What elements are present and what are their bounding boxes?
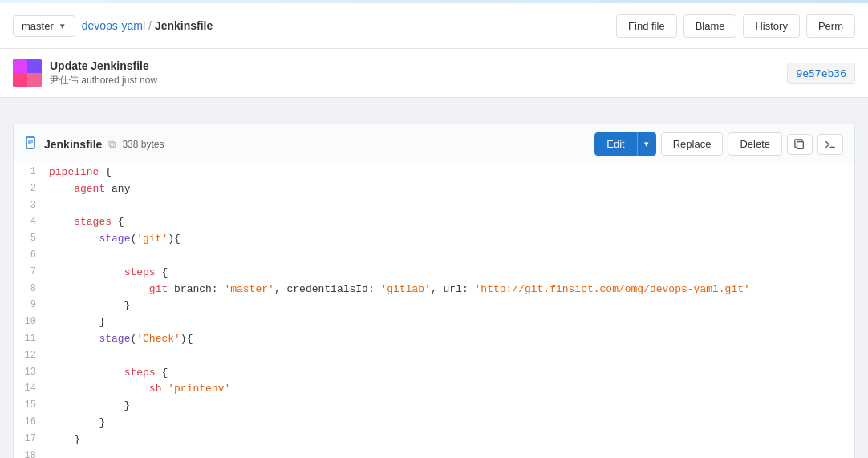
line-code <box>46 248 854 265</box>
replace-button[interactable]: Replace <box>661 132 724 156</box>
avatar <box>13 59 42 87</box>
line-number: 6 <box>14 248 46 265</box>
table-row: 11 stage('Check'){ <box>14 331 854 348</box>
line-number: 17 <box>14 432 46 448</box>
line-number: 18 <box>14 448 46 458</box>
line-number: 14 <box>14 381 46 398</box>
line-code: } <box>46 398 854 415</box>
line-code <box>46 198 854 215</box>
breadcrumb-current: Jenkinsfile <box>155 19 213 32</box>
line-number: 9 <box>14 298 46 314</box>
line-number: 11 <box>14 331 46 348</box>
branch-selector[interactable]: master ▼ <box>13 15 75 37</box>
history-button[interactable]: History <box>743 14 799 38</box>
blame-button[interactable]: Blame <box>683 14 737 38</box>
line-number: 7 <box>14 265 46 282</box>
table-row: 14 sh 'printenv' <box>14 381 854 398</box>
code-table: 1pipeline {2 agent any3 4 stages {5 stag… <box>14 164 854 458</box>
line-code <box>46 448 854 458</box>
line-number: 8 <box>14 282 46 298</box>
copy-name-icon[interactable]: ⧉ <box>108 138 116 151</box>
file-section: Jenkinsfile ⧉ 338 bytes Edit ▾ Replace D… <box>13 124 855 458</box>
line-code: pipeline { <box>46 164 854 181</box>
line-code: stage('git'){ <box>46 231 854 248</box>
svg-rect-0 <box>26 137 34 148</box>
file-header-right: Edit ▾ Replace Delete <box>594 132 843 156</box>
table-row: 2 agent any <box>14 181 854 198</box>
line-number: 13 <box>14 365 46 382</box>
line-code: agent any <box>46 181 854 198</box>
raw-button[interactable] <box>817 134 843 155</box>
file-name: Jenkinsfile <box>44 138 102 151</box>
file-size: 338 bytes <box>122 139 164 150</box>
file-type-icon <box>25 136 38 152</box>
edit-button-group: Edit ▾ <box>594 132 655 156</box>
table-row: 16 } <box>14 415 854 432</box>
line-code: git branch: 'master', credentialsId: 'gi… <box>46 282 854 298</box>
find-file-button[interactable]: Find file <box>616 14 677 38</box>
line-code: sh 'printenv' <box>46 381 854 398</box>
line-number: 15 <box>14 398 46 415</box>
line-code: } <box>46 298 854 314</box>
commit-meta: 尹仕伟 authored just now <box>50 74 157 87</box>
edit-dropdown-button[interactable]: ▾ <box>637 132 656 156</box>
table-row: 18 <box>14 448 854 458</box>
table-row: 6 <box>14 248 854 265</box>
file-header: Jenkinsfile ⧉ 338 bytes Edit ▾ Replace D… <box>14 124 854 164</box>
line-code: stages { <box>46 214 854 231</box>
line-code: } <box>46 432 854 448</box>
line-number: 16 <box>14 415 46 432</box>
perm-button[interactable]: Perm <box>806 14 855 38</box>
table-row: 1pipeline { <box>14 164 854 181</box>
copy-content-button[interactable] <box>787 134 813 155</box>
commit-bar: Update Jenkinsfile 尹仕伟 authored just now… <box>0 49 868 98</box>
commit-message: Update Jenkinsfile <box>50 59 157 72</box>
table-row: 7 steps { <box>14 265 854 282</box>
line-number: 4 <box>14 214 46 231</box>
breadcrumb-parent[interactable]: devops-yaml <box>82 19 145 32</box>
top-bar-left: master ▼ devops-yaml / Jenkinsfile <box>13 15 213 37</box>
commit-author: 尹仕伟 <box>50 75 79 86</box>
chevron-down-icon: ▼ <box>59 22 67 30</box>
line-number: 1 <box>14 164 46 181</box>
commit-details: Update Jenkinsfile 尹仕伟 authored just now <box>50 59 157 87</box>
line-code: stage('Check'){ <box>46 331 854 348</box>
table-row: 15 } <box>14 398 854 415</box>
table-row: 9 } <box>14 298 854 314</box>
line-code: } <box>46 415 854 432</box>
line-number: 3 <box>14 198 46 215</box>
top-bar: master ▼ devops-yaml / Jenkinsfile Find … <box>0 3 868 49</box>
table-row: 17 } <box>14 432 854 448</box>
table-row: 3 <box>14 198 854 215</box>
table-row: 4 stages { <box>14 214 854 231</box>
commit-hash[interactable]: 9e57eb36 <box>787 63 855 84</box>
table-row: 13 steps { <box>14 365 854 382</box>
delete-button[interactable]: Delete <box>728 132 782 156</box>
code-container: 1pipeline {2 agent any3 4 stages {5 stag… <box>14 164 854 458</box>
line-code <box>46 348 854 365</box>
branch-name: master <box>22 20 54 32</box>
svg-rect-4 <box>797 141 804 148</box>
line-code: } <box>46 314 854 331</box>
commit-info: Update Jenkinsfile 尹仕伟 authored just now <box>13 59 157 87</box>
breadcrumb: devops-yaml / Jenkinsfile <box>82 19 213 32</box>
line-number: 2 <box>14 181 46 198</box>
line-number: 10 <box>14 314 46 331</box>
line-number: 5 <box>14 231 46 248</box>
line-code: steps { <box>46 265 854 282</box>
table-row: 8 git branch: 'master', credentialsId: '… <box>14 282 854 298</box>
line-code: steps { <box>46 365 854 382</box>
table-row: 10 } <box>14 314 854 331</box>
table-row: 12 <box>14 348 854 365</box>
line-number: 12 <box>14 348 46 365</box>
commit-time: authored just now <box>81 75 157 86</box>
file-header-left: Jenkinsfile ⧉ 338 bytes <box>25 136 164 152</box>
breadcrumb-separator: / <box>148 19 152 32</box>
edit-button[interactable]: Edit <box>594 132 636 156</box>
top-bar-right: Find file Blame History Perm <box>616 14 855 38</box>
table-row: 5 stage('git'){ <box>14 231 854 248</box>
